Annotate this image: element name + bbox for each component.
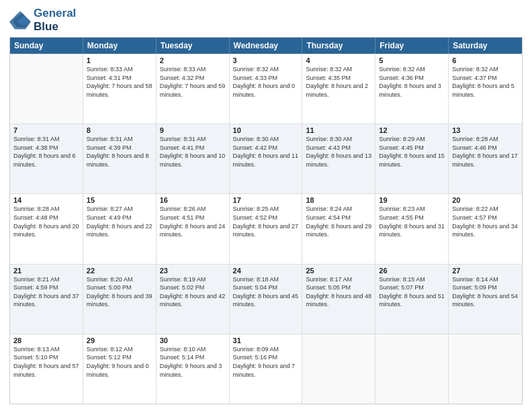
day-info: Sunrise: 8:24 AM Sunset: 4:54 PM Dayligh… (306, 205, 371, 238)
day-info: Sunrise: 8:21 AM Sunset: 4:59 PM Dayligh… (13, 275, 79, 309)
day-number: 16 (160, 196, 226, 204)
day-info: Sunrise: 8:30 AM Sunset: 4:42 PM Dayligh… (233, 135, 299, 169)
day-info: Sunrise: 8:10 AM Sunset: 5:14 PM Dayligh… (160, 345, 226, 379)
day-info: Sunrise: 8:09 AM Sunset: 5:16 PM Dayligh… (233, 345, 299, 379)
day-number: 6 (452, 56, 519, 64)
page: General Blue SundayMondayTuesdayWednesda… (0, 0, 532, 411)
cal-cell-w4d5 (375, 334, 449, 404)
day-info: Sunrise: 8:13 AM Sunset: 5:10 PM Dayligh… (13, 345, 79, 379)
day-info: Sunrise: 8:27 AM Sunset: 4:49 PM Dayligh… (87, 205, 152, 238)
cal-cell-w1d2: 9Sunrise: 8:31 AM Sunset: 4:41 PM Daylig… (157, 124, 230, 193)
day-number: 17 (233, 196, 299, 204)
day-number: 1 (87, 56, 152, 64)
day-number: 15 (87, 196, 152, 204)
day-number: 18 (306, 196, 371, 204)
header: General Blue (9, 7, 523, 33)
week-row-3: 21Sunrise: 8:21 AM Sunset: 4:59 PM Dayli… (10, 264, 522, 334)
calendar-header: SundayMondayTuesdayWednesdayThursdayFrid… (10, 38, 522, 54)
day-number: 23 (160, 267, 226, 275)
day-number: 30 (160, 336, 226, 345)
day-number: 21 (13, 267, 79, 275)
cal-cell-w4d6 (449, 334, 522, 404)
day-info: Sunrise: 8:31 AM Sunset: 4:41 PM Dayligh… (160, 135, 226, 169)
logo-text: General Blue (34, 7, 76, 33)
day-info: Sunrise: 8:20 AM Sunset: 5:00 PM Dayligh… (87, 275, 152, 309)
day-number: 29 (87, 336, 152, 345)
header-day-wednesday: Wednesday (230, 38, 303, 54)
cal-cell-w3d6: 27Sunrise: 8:14 AM Sunset: 5:09 PM Dayli… (449, 265, 522, 334)
cal-cell-w4d2: 30Sunrise: 8:10 AM Sunset: 5:14 PM Dayli… (157, 334, 230, 404)
day-number: 27 (452, 267, 519, 275)
day-info: Sunrise: 8:17 AM Sunset: 5:05 PM Dayligh… (306, 275, 371, 309)
day-info: Sunrise: 8:23 AM Sunset: 4:55 PM Dayligh… (379, 205, 445, 238)
header-day-sunday: Sunday (10, 38, 83, 54)
logo: General Blue (9, 7, 76, 33)
day-number: 5 (379, 56, 445, 64)
day-info: Sunrise: 8:32 AM Sunset: 4:33 PM Dayligh… (233, 65, 299, 99)
cal-cell-w0d1: 1Sunrise: 8:33 AM Sunset: 4:31 PM Daylig… (83, 54, 157, 124)
cal-cell-w1d1: 8Sunrise: 8:31 AM Sunset: 4:39 PM Daylig… (83, 124, 157, 193)
day-number: 7 (13, 126, 79, 134)
day-number: 31 (233, 336, 299, 345)
cal-cell-w2d1: 15Sunrise: 8:27 AM Sunset: 4:49 PM Dayli… (83, 194, 157, 263)
day-info: Sunrise: 8:26 AM Sunset: 4:51 PM Dayligh… (160, 205, 226, 238)
cal-cell-w3d1: 22Sunrise: 8:20 AM Sunset: 5:00 PM Dayli… (83, 265, 157, 334)
day-number: 12 (379, 126, 445, 134)
cal-cell-w3d0: 21Sunrise: 8:21 AM Sunset: 4:59 PM Dayli… (10, 265, 83, 334)
cal-cell-w4d1: 29Sunrise: 8:12 AM Sunset: 5:12 PM Dayli… (83, 334, 157, 404)
cal-cell-w0d6: 6Sunrise: 8:32 AM Sunset: 4:37 PM Daylig… (449, 54, 522, 124)
week-row-0: 1Sunrise: 8:33 AM Sunset: 4:31 PM Daylig… (10, 54, 522, 124)
week-row-1: 7Sunrise: 8:31 AM Sunset: 4:38 PM Daylig… (10, 124, 522, 193)
logo-icon (9, 11, 31, 30)
day-info: Sunrise: 8:32 AM Sunset: 4:37 PM Dayligh… (452, 65, 519, 99)
cal-cell-w2d6: 20Sunrise: 8:22 AM Sunset: 4:57 PM Dayli… (449, 194, 522, 263)
day-info: Sunrise: 8:18 AM Sunset: 5:04 PM Dayligh… (233, 275, 299, 309)
cal-cell-w3d4: 25Sunrise: 8:17 AM Sunset: 5:05 PM Dayli… (302, 265, 375, 334)
day-info: Sunrise: 8:32 AM Sunset: 4:36 PM Dayligh… (379, 65, 445, 99)
day-number: 24 (233, 267, 299, 275)
day-info: Sunrise: 8:22 AM Sunset: 4:57 PM Dayligh… (452, 205, 519, 238)
cal-cell-w4d0: 28Sunrise: 8:13 AM Sunset: 5:10 PM Dayli… (10, 334, 83, 404)
cal-cell-w3d2: 23Sunrise: 8:19 AM Sunset: 5:02 PM Dayli… (157, 265, 230, 334)
cal-cell-w2d2: 16Sunrise: 8:26 AM Sunset: 4:51 PM Dayli… (157, 194, 230, 263)
header-day-saturday: Saturday (449, 38, 522, 54)
week-row-2: 14Sunrise: 8:28 AM Sunset: 4:48 PM Dayli… (10, 193, 522, 263)
header-day-friday: Friday (375, 38, 449, 54)
cal-cell-w2d0: 14Sunrise: 8:28 AM Sunset: 4:48 PM Dayli… (10, 194, 83, 263)
day-info: Sunrise: 8:28 AM Sunset: 4:48 PM Dayligh… (13, 205, 79, 238)
day-info: Sunrise: 8:28 AM Sunset: 4:46 PM Dayligh… (452, 135, 519, 169)
day-info: Sunrise: 8:31 AM Sunset: 4:39 PM Dayligh… (87, 135, 152, 169)
cal-cell-w1d5: 12Sunrise: 8:29 AM Sunset: 4:45 PM Dayli… (375, 124, 449, 193)
cal-cell-w0d0 (10, 54, 83, 124)
day-number: 19 (379, 196, 445, 204)
header-day-thursday: Thursday (302, 38, 375, 54)
cal-cell-w3d3: 24Sunrise: 8:18 AM Sunset: 5:04 PM Dayli… (230, 265, 303, 334)
day-number: 11 (306, 126, 371, 134)
cal-cell-w2d3: 17Sunrise: 8:25 AM Sunset: 4:52 PM Dayli… (230, 194, 303, 263)
cal-cell-w4d4 (302, 334, 375, 404)
day-info: Sunrise: 8:33 AM Sunset: 4:31 PM Dayligh… (87, 65, 152, 99)
day-number: 9 (160, 126, 226, 134)
day-number: 22 (87, 267, 152, 275)
day-info: Sunrise: 8:12 AM Sunset: 5:12 PM Dayligh… (87, 345, 152, 379)
cal-cell-w0d4: 4Sunrise: 8:32 AM Sunset: 4:35 PM Daylig… (302, 54, 375, 124)
cal-cell-w2d5: 19Sunrise: 8:23 AM Sunset: 4:55 PM Dayli… (375, 194, 449, 263)
day-info: Sunrise: 8:15 AM Sunset: 5:07 PM Dayligh… (379, 275, 445, 309)
day-number: 26 (379, 267, 445, 275)
cal-cell-w1d3: 10Sunrise: 8:30 AM Sunset: 4:42 PM Dayli… (230, 124, 303, 193)
cal-cell-w4d3: 31Sunrise: 8:09 AM Sunset: 5:16 PM Dayli… (230, 334, 303, 404)
day-number: 20 (452, 196, 519, 204)
day-number: 10 (233, 126, 299, 134)
day-info: Sunrise: 8:32 AM Sunset: 4:35 PM Dayligh… (306, 65, 371, 99)
day-number: 4 (306, 56, 371, 64)
day-info: Sunrise: 8:14 AM Sunset: 5:09 PM Dayligh… (452, 275, 519, 309)
cal-cell-w1d0: 7Sunrise: 8:31 AM Sunset: 4:38 PM Daylig… (10, 124, 83, 193)
calendar: SundayMondayTuesdayWednesdayThursdayFrid… (9, 37, 523, 404)
day-info: Sunrise: 8:19 AM Sunset: 5:02 PM Dayligh… (160, 275, 226, 309)
day-number: 2 (160, 56, 226, 64)
cal-cell-w0d3: 3Sunrise: 8:32 AM Sunset: 4:33 PM Daylig… (230, 54, 303, 124)
cal-cell-w0d5: 5Sunrise: 8:32 AM Sunset: 4:36 PM Daylig… (375, 54, 449, 124)
cal-cell-w1d4: 11Sunrise: 8:30 AM Sunset: 4:43 PM Dayli… (302, 124, 375, 193)
day-info: Sunrise: 8:31 AM Sunset: 4:38 PM Dayligh… (13, 135, 79, 169)
day-info: Sunrise: 8:29 AM Sunset: 4:45 PM Dayligh… (379, 135, 445, 169)
